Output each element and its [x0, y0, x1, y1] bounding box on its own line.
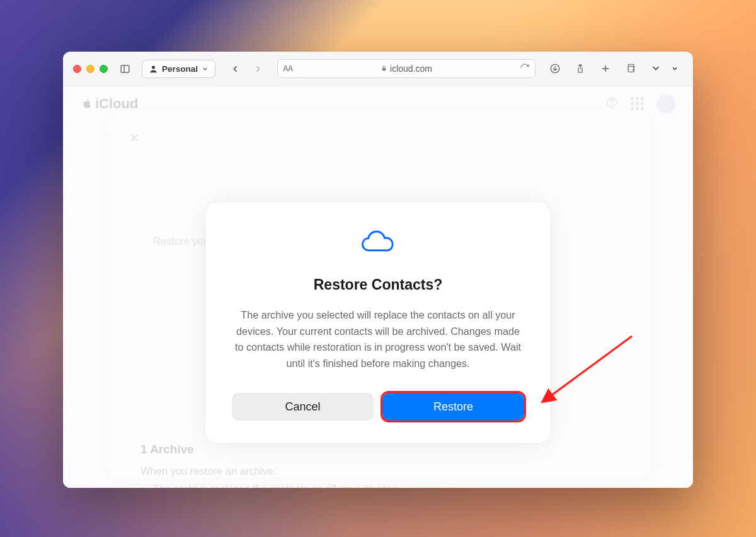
cancel-button[interactable]: Cancel: [232, 393, 374, 421]
svg-point-2: [152, 65, 155, 69]
url-text: icloud.com: [390, 64, 432, 74]
tabs-icon[interactable]: [622, 60, 639, 77]
maximize-window-button[interactable]: [100, 65, 108, 73]
reader-icon[interactable]: AA: [283, 64, 292, 73]
svg-rect-8: [628, 66, 634, 72]
page-content: iCloud Restore your contacts from an arc…: [63, 86, 693, 488]
window-controls: [73, 65, 108, 73]
restore-button[interactable]: Restore: [382, 393, 524, 421]
address-bar[interactable]: AA icloud.com: [277, 59, 536, 78]
back-button[interactable]: [227, 60, 243, 77]
downloads-icon[interactable]: [547, 60, 563, 77]
chevron-down-icon: [202, 65, 209, 72]
safari-window: Personal AA icloud.com: [63, 52, 693, 488]
svg-rect-0: [121, 65, 129, 72]
minimize-window-button[interactable]: [86, 65, 94, 73]
reload-icon[interactable]: [520, 63, 530, 75]
svg-rect-3: [382, 68, 386, 71]
new-tab-icon[interactable]: [597, 60, 614, 77]
restore-dialog: Restore Contacts? The archive you select…: [205, 202, 551, 443]
person-icon: [149, 64, 158, 74]
more-icon[interactable]: [667, 60, 683, 77]
dialog-title: Restore Contacts?: [232, 276, 524, 293]
share-icon[interactable]: [572, 60, 588, 77]
profile-label: Personal: [162, 64, 198, 74]
dialog-body: The archive you selected will replace th…: [232, 307, 524, 371]
lock-icon: [381, 64, 390, 74]
profile-selector[interactable]: Personal: [142, 60, 215, 78]
sidebar-toggle-icon[interactable]: [117, 60, 133, 77]
cloud-icon: [232, 230, 524, 255]
forward-button[interactable]: [249, 60, 266, 77]
browser-toolbar: Personal AA icloud.com: [63, 52, 693, 86]
overflow-icon[interactable]: [648, 60, 664, 77]
close-window-button[interactable]: [73, 65, 81, 73]
